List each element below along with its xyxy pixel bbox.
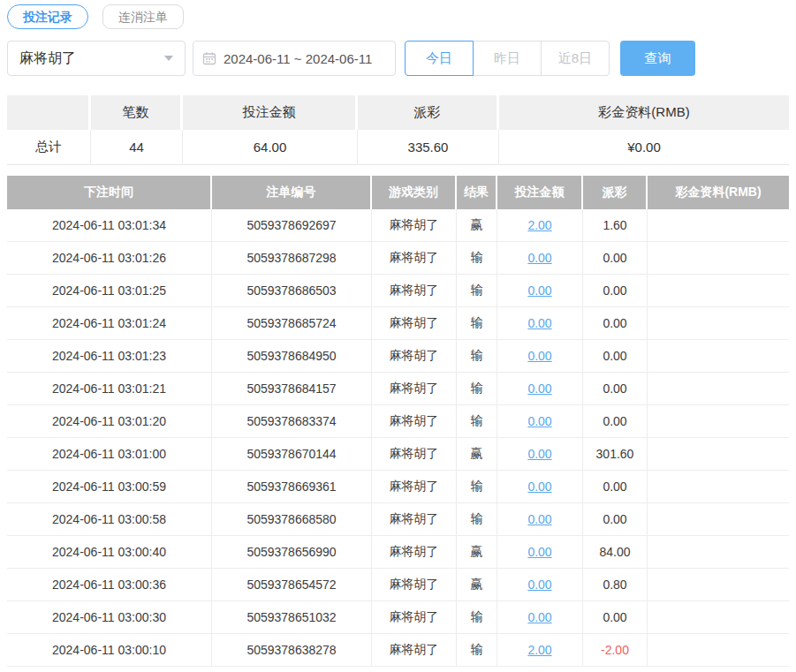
header-game-type: 游戏类别 [372, 176, 457, 209]
payout-cell: 0.00 [583, 242, 648, 275]
bet-amount-link[interactable]: 0.00 [527, 283, 551, 298]
bet-amount-link[interactable]: 0.00 [527, 381, 551, 396]
header-payout: 派彩 [583, 176, 648, 209]
bet-time-cell: 2024-06-11 03:01:34 [7, 209, 212, 242]
date-range-input[interactable]: 2024-06-11 ~ 2024-06-11 [193, 41, 396, 76]
bet-amount-link[interactable]: 0.00 [527, 414, 551, 428]
bet-amount-link[interactable]: 0.00 [527, 610, 551, 624]
result-cell: 输 [457, 405, 497, 438]
order-id-cell: 5059378668580 [212, 503, 372, 536]
betting-records-page: 投注记录 连消注单 麻将胡了 2024-06-11 ~ 2024-06- [0, 0, 796, 667]
filter-bar: 麻将胡了 2024-06-11 ~ 2024-06-11 今日 昨日 近8日 [7, 41, 789, 76]
result-cell: 赢 [457, 536, 497, 569]
order-id-cell: 5059378687298 [212, 242, 372, 275]
game-select-value: 麻将胡了 [19, 49, 76, 68]
record-type-tabs: 投注记录 连消注单 [7, 4, 789, 29]
summary-total-row: 总计 44 64.00 335.60 ¥0.00 [7, 130, 789, 165]
summary-payout-total-value: 335.60 [358, 130, 499, 165]
order-id-cell: 5059378683374 [212, 405, 372, 438]
bet-table-body: 2024-06-11 03:01:345059378692697麻将胡了赢2.0… [7, 209, 789, 667]
payout-cell: 0.00 [583, 373, 648, 405]
search-button[interactable]: 查询 [620, 41, 695, 76]
bet-amount-cell: 0.00 [497, 242, 583, 275]
jackpot-cell [648, 340, 789, 373]
table-row: 2024-06-11 03:01:235059378684950麻将胡了输0.0… [7, 340, 789, 373]
quick-date-button-group: 今日 昨日 近8日 [405, 41, 610, 76]
table-row: 2024-06-11 03:00:305059378651032麻将胡了输0.0… [7, 601, 789, 634]
header-result: 结果 [457, 176, 497, 209]
order-id-cell: 5059378685724 [212, 307, 372, 340]
today-button[interactable]: 今日 [405, 41, 474, 76]
summary-header-count: 笔数 [91, 95, 183, 130]
bet-amount-cell: 0.00 [497, 569, 583, 601]
payout-cell: 0.00 [583, 503, 648, 536]
bet-time-cell: 2024-06-11 03:00:40 [7, 536, 212, 569]
bet-amount-link[interactable]: 2.00 [527, 218, 551, 232]
table-row: 2024-06-11 03:00:365059378654572麻将胡了赢0.0… [7, 569, 789, 601]
bet-amount-cell: 0.00 [497, 536, 583, 569]
summary-header-empty [7, 95, 91, 130]
bet-time-cell: 2024-06-11 03:01:25 [7, 275, 212, 307]
game-type-cell: 麻将胡了 [372, 340, 457, 373]
last-8-days-button[interactable]: 近8日 [541, 41, 610, 76]
date-range-value: 2024-06-11 ~ 2024-06-11 [224, 51, 372, 66]
game-type-cell: 麻将胡了 [372, 242, 457, 275]
header-jackpot: 彩金资料(RMB) [648, 176, 789, 209]
game-type-cell: 麻将胡了 [372, 601, 457, 634]
header-order-id: 注单编号 [212, 176, 372, 209]
payout-cell: 0.00 [583, 601, 648, 634]
result-cell: 输 [457, 307, 497, 340]
table-row: 2024-06-11 03:00:595059378669361麻将胡了输0.0… [7, 471, 789, 503]
bet-amount-link[interactable]: 0.00 [527, 578, 551, 592]
bet-time-cell: 2024-06-11 03:01:00 [7, 438, 212, 471]
game-type-cell: 麻将胡了 [372, 569, 457, 601]
order-id-cell: 5059378686503 [212, 275, 372, 307]
tab-cascade-orders[interactable]: 连消注单 [102, 4, 184, 29]
table-row: 2024-06-11 03:00:105059378638278麻将胡了输2.0… [7, 634, 789, 667]
summary-header-row: 笔数 投注金额 派彩 彩金资料(RMB) [7, 95, 789, 130]
payout-cell: 0.00 [583, 307, 648, 340]
bet-amount-link[interactable]: 0.00 [527, 447, 551, 461]
summary-header-payout: 派彩 [358, 95, 499, 130]
jackpot-cell [648, 503, 789, 536]
result-cell: 赢 [457, 569, 497, 601]
bet-amount-cell: 0.00 [497, 601, 583, 634]
jackpot-cell [648, 209, 789, 242]
bet-time-cell: 2024-06-11 03:00:10 [7, 634, 212, 667]
yesterday-button[interactable]: 昨日 [473, 41, 542, 76]
table-row: 2024-06-11 03:01:245059378685724麻将胡了输0.0… [7, 307, 789, 340]
game-type-cell: 麻将胡了 [372, 373, 457, 405]
order-id-cell: 5059378669361 [212, 471, 372, 503]
table-row: 2024-06-11 03:01:345059378692697麻将胡了赢2.0… [7, 209, 789, 242]
summary-jackpot-total-value: ¥0.00 [499, 130, 789, 165]
bet-amount-cell: 0.00 [497, 438, 583, 471]
bet-time-cell: 2024-06-11 03:00:59 [7, 471, 212, 503]
payout-cell: 1.60 [583, 209, 648, 242]
payout-cell: -2.00 [583, 634, 648, 667]
summary-header-jackpot: 彩金资料(RMB) [499, 95, 789, 130]
result-cell: 赢 [457, 209, 497, 242]
bet-time-cell: 2024-06-11 03:01:20 [7, 405, 212, 438]
bet-amount-link[interactable]: 0.00 [527, 251, 551, 265]
order-id-cell: 5059378656990 [212, 536, 372, 569]
tab-betting-records-label: 投注记录 [23, 5, 72, 28]
table-row: 2024-06-11 03:01:205059378683374麻将胡了输0.0… [7, 405, 789, 438]
jackpot-cell [648, 634, 789, 667]
payout-cell: 301.60 [583, 438, 648, 471]
jackpot-cell [648, 275, 789, 307]
payout-cell: 0.00 [583, 405, 648, 438]
header-bet-time: 下注时间 [7, 176, 212, 209]
bet-amount-link[interactable]: 0.00 [527, 349, 551, 363]
payout-cell: 84.00 [583, 536, 648, 569]
bet-table-header-row: 下注时间 注单编号 游戏类别 结果 投注金额 派彩 彩金资料(RMB) [7, 176, 789, 209]
bet-amount-link[interactable]: 0.00 [527, 479, 551, 494]
game-select[interactable]: 麻将胡了 [7, 41, 186, 76]
bet-amount-link[interactable]: 2.00 [527, 643, 551, 657]
result-cell: 输 [457, 373, 497, 405]
bet-amount-link[interactable]: 0.00 [527, 545, 551, 559]
tab-betting-records[interactable]: 投注记录 [7, 4, 88, 29]
summary-header-bet-amount: 投注金额 [183, 95, 358, 130]
bet-amount-link[interactable]: 0.00 [527, 316, 551, 330]
bet-amount-link[interactable]: 0.00 [527, 512, 551, 526]
order-id-cell: 5059378651032 [212, 601, 372, 634]
